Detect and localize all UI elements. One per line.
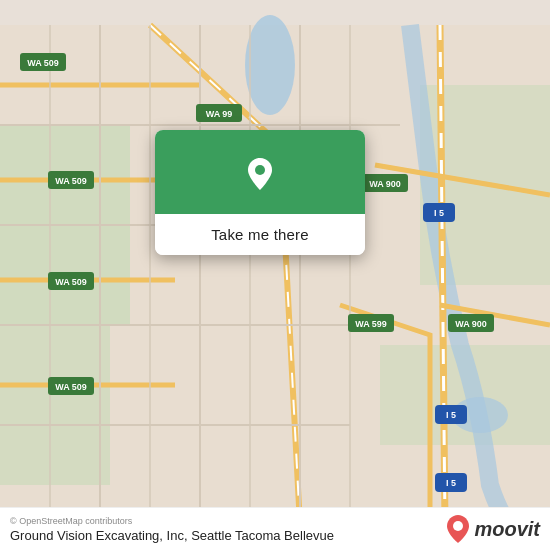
- svg-text:I 5: I 5: [434, 208, 444, 218]
- svg-text:I 5: I 5: [446, 410, 456, 420]
- svg-point-31: [255, 165, 265, 175]
- take-me-there-button[interactable]: Take me there: [155, 214, 365, 255]
- svg-point-5: [245, 15, 295, 115]
- map-container: WA 509 WA 99 WA 509 WA 509 WA 509 WA 900…: [0, 0, 550, 550]
- svg-text:WA 509: WA 509: [55, 176, 87, 186]
- svg-text:WA 900: WA 900: [369, 179, 401, 189]
- bottom-bar: © OpenStreetMap contributors Ground Visi…: [0, 507, 550, 550]
- svg-text:I 5: I 5: [446, 478, 456, 488]
- popup-card: Take me there: [155, 130, 365, 255]
- map-attribution: © OpenStreetMap contributors: [10, 516, 334, 526]
- moovit-text: moovit: [474, 518, 540, 541]
- svg-text:WA 99: WA 99: [206, 109, 233, 119]
- place-name: Ground Vision Excavating, Inc, Seattle T…: [10, 528, 334, 543]
- svg-text:WA 900: WA 900: [455, 319, 487, 329]
- svg-point-32: [453, 521, 463, 531]
- bottom-left: © OpenStreetMap contributors Ground Visi…: [10, 516, 334, 543]
- moovit-pin-icon: [445, 514, 471, 544]
- svg-text:WA 509: WA 509: [55, 277, 87, 287]
- map-svg: WA 509 WA 99 WA 509 WA 509 WA 509 WA 900…: [0, 0, 550, 550]
- svg-rect-2: [0, 325, 110, 485]
- svg-text:WA 509: WA 509: [55, 382, 87, 392]
- svg-text:WA 599: WA 599: [355, 319, 387, 329]
- svg-text:WA 509: WA 509: [27, 58, 59, 68]
- location-pin-icon: [238, 152, 282, 196]
- moovit-logo: moovit: [445, 514, 540, 544]
- popup-top: [155, 130, 365, 214]
